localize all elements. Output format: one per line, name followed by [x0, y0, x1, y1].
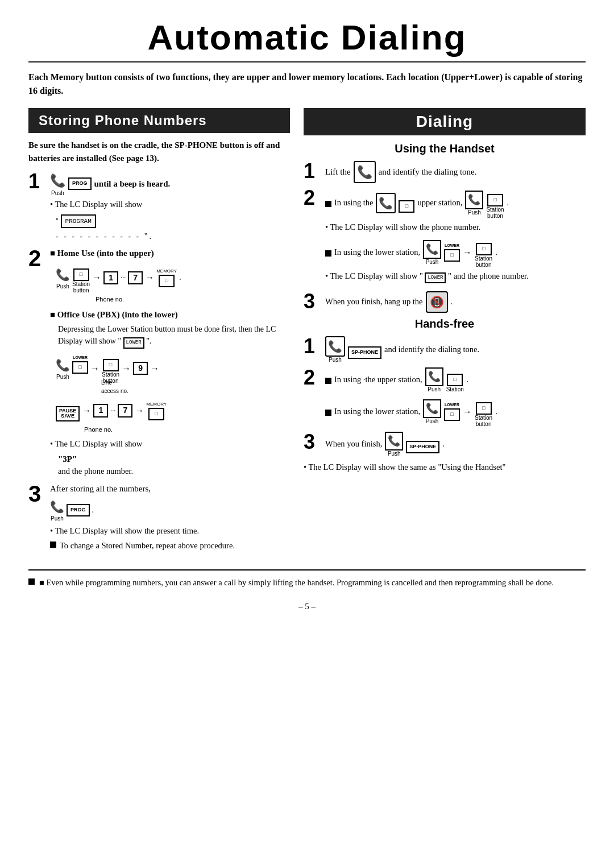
- hf-step-2: 2 In using ·the upper station, 📞 Push x …: [304, 367, 586, 427]
- hf-step-num-2: 2: [304, 367, 320, 388]
- step3-main: After storing all the numbers,: [50, 482, 290, 495]
- hf3-diag: When you finish, 📞 Push x SP-PHONE .: [325, 432, 586, 457]
- office-desc: Depressing the Lower Station button must…: [58, 323, 290, 350]
- step-1-left: 1 📞 Push PROG until a beep is heard. • T…: [28, 171, 290, 242]
- step-2-content: ■ Home Use (into the upper) 📞 Push x □ S…: [50, 247, 290, 478]
- hf-step-num-3: 3: [304, 432, 320, 452]
- step3-diag: 📞 Push PROG .: [50, 498, 290, 522]
- hf2-upper: In using ·the upper station, 📞 Push x □ …: [325, 367, 586, 392]
- using-handset-heading: Using the Handset: [304, 142, 586, 155]
- title-divider: [28, 61, 586, 63]
- step3-note2: To change a Stored Number, repeat above …: [50, 540, 290, 552]
- handset-step-num-3: 3: [304, 291, 320, 312]
- hf-step-3: 3 When you finish, 📞 Push x SP-PHONE .: [304, 432, 586, 457]
- step2-show: • The LC Display will show: [50, 438, 290, 450]
- step1-bullet: • The LC Display will show: [50, 199, 290, 211]
- step1-text: until a beep is heard.: [94, 177, 171, 191]
- handset-step-1: 1 Lift the 📞 and identify the dialing to…: [304, 161, 586, 183]
- page-number: – 5 –: [28, 602, 586, 611]
- home-diag: 📞 Push x □ Stationbutton → 1 ··· 7 → MEM…: [56, 262, 290, 294]
- handset-step-num-1: 1: [304, 161, 320, 181]
- left-column: Storing Phone Numbers Be sure the handse…: [28, 108, 290, 559]
- handset-icon-1: 📞 Push: [50, 171, 65, 196]
- handset-step-2: 2 In using the 📞 x □ upper station, 📞 Pu…: [304, 188, 586, 287]
- step2-3p: "3P": [58, 453, 290, 466]
- hs1-diag: Lift the 📞 and identify the dialing tone…: [325, 161, 586, 183]
- step1-dashes: - - - - - - - - - - - ".: [56, 230, 290, 242]
- intro-paragraph: Each Memory button consists of two funct…: [28, 71, 586, 98]
- bottom-note: ■ Even while programming numbers, you ca…: [28, 569, 586, 589]
- hf-note: • The LC Display will show the same as "…: [304, 461, 586, 474]
- right-column: Dialing Using the Handset 1 Lift the 📞 a…: [304, 108, 586, 476]
- hf-step-1-content: 📞 Push x SP-PHONE and identify the diali…: [325, 336, 586, 363]
- handset-step-3: 3 When you finish, hang up the 📵 .: [304, 291, 586, 313]
- page-title: Automatic Dialing: [28, 17, 586, 57]
- hs2-lower-note: • The LC Display will show " LOWER " and…: [325, 270, 586, 285]
- hs2-upper-note: • The LC Display will show the phone num…: [325, 221, 586, 234]
- handset-step-num-2: 2: [304, 188, 320, 208]
- step-3-content: After storing all the numbers, 📞 Push PR…: [50, 482, 290, 555]
- step-2-left: 2 ■ Home Use (into the upper) 📞 Push x □…: [28, 247, 290, 478]
- hf1-diag: 📞 Push x SP-PHONE and identify the diali…: [325, 336, 586, 363]
- hs3-diag: When you finish, hang up the 📵 .: [325, 291, 586, 313]
- hs2-upper: In using the 📞 x □ upper station, 📞 Push…: [325, 188, 586, 219]
- prog-button: PROG: [68, 177, 92, 190]
- hands-free-heading: Hands-free: [304, 317, 586, 330]
- hf-step-num-1: 1: [304, 336, 320, 357]
- hf-step-3-content: When you finish, 📞 Push x SP-PHONE .: [325, 432, 586, 457]
- step1-diagram: 📞 Push PROG until a beep is heard.: [50, 171, 290, 196]
- hf2-lower: In using the lower station, 📞 Push LOWER…: [325, 396, 586, 427]
- storing-header: Storing Phone Numbers: [28, 108, 290, 133]
- phone-no-label: Phone no.: [96, 295, 290, 304]
- step-1-content: 📞 Push PROG until a beep is heard. • The…: [50, 171, 290, 242]
- step-number-3-left: 3: [28, 482, 44, 505]
- handset-step-2-content: In using the 📞 x □ upper station, 📞 Push…: [325, 188, 586, 287]
- hf-step-1: 1 📞 Push x SP-PHONE and identify the dia…: [304, 336, 586, 363]
- home-use-label: ■ Home Use (into the upper): [50, 247, 290, 260]
- phone-no-label2: Phone no.: [84, 425, 290, 435]
- prereq-text: Be sure the handset is on the cradle, th…: [28, 139, 290, 164]
- handset-step-1-content: Lift the 📞 and identify the dialing tone…: [325, 161, 586, 183]
- step-number-1: 1: [28, 171, 44, 192]
- step-3-left: 3 After storing all the numbers, 📞 Push …: [28, 482, 290, 555]
- step3-note1: • The LC Display will show the present t…: [50, 525, 290, 538]
- handset-step-3-content: When you finish, hang up the 📵 .: [325, 291, 586, 313]
- main-content: Storing Phone Numbers Be sure the handse…: [28, 108, 586, 559]
- hf-step-2-content: In using ·the upper station, 📞 Push x □ …: [325, 367, 586, 427]
- line-access-label: Lineaccess no.: [101, 378, 290, 395]
- office-diag2: x PAUSESAVE → 1 ··· 7 → MEMORY □: [56, 400, 290, 421]
- step-number-2: 2: [28, 247, 44, 270]
- step1-display: " PROGRAM: [56, 213, 290, 230]
- hs2-lower: In using the lower station, 📞 Push LOWER…: [325, 237, 586, 268]
- dialing-header: Dialing: [304, 108, 586, 135]
- office-use-label: ■ Office Use (PBX) (into the lower): [50, 308, 290, 321]
- step2-phone: and the phone number.: [58, 465, 290, 478]
